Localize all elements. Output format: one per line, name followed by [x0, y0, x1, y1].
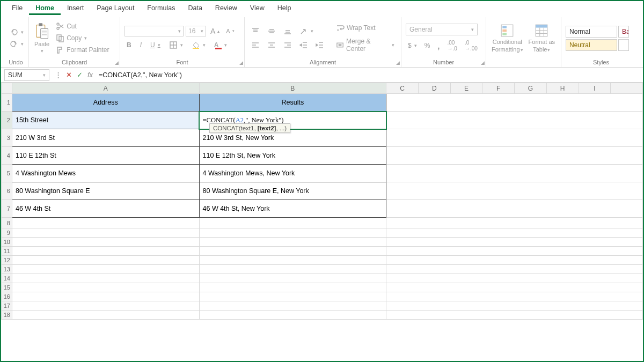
col-header-G[interactable]: G [515, 83, 547, 94]
font-name-combo[interactable]: ▾ [125, 26, 184, 36]
col-header-C[interactable]: C [386, 83, 419, 94]
col-header-B[interactable]: B [199, 83, 386, 94]
align-left-button[interactable] [249, 40, 262, 50]
align-bottom-button[interactable] [281, 26, 294, 36]
number-launcher[interactable]: ◢ [481, 60, 485, 65]
alignment-launcher[interactable]: ◢ [396, 60, 400, 65]
formula-dropdown-button[interactable]: ⋮ [53, 71, 63, 79]
format-painter-button[interactable]: Format Painter [54, 45, 111, 55]
menu-insert[interactable]: Insert [61, 2, 90, 15]
cell-B1[interactable]: Results [199, 94, 386, 112]
font-launcher[interactable]: ◢ [239, 60, 243, 65]
decrease-decimal-button[interactable]: .0→.00 [463, 39, 480, 53]
menu-data[interactable]: Data [181, 2, 208, 15]
col-header-blank[interactable] [611, 83, 643, 94]
row-header-16[interactable]: 16 [2, 292, 12, 301]
underline-button[interactable]: U▾ [148, 40, 163, 50]
select-all-corner[interactable] [2, 83, 12, 94]
align-middle-button[interactable] [265, 26, 278, 36]
formula-input[interactable]: =CONCAT(A2,", New York") [96, 68, 643, 82]
col-header-I[interactable]: I [579, 83, 611, 94]
row-header-15[interactable]: 15 [2, 283, 12, 292]
cell-B6[interactable]: 80 Washington Square E, New York [199, 182, 386, 200]
clipboard-launcher[interactable]: ◢ [115, 60, 119, 65]
col-header-A[interactable]: A [12, 83, 199, 94]
row-header-18[interactable]: 18 [2, 311, 12, 320]
cell-A1[interactable]: Address [12, 94, 199, 112]
number-format-combo[interactable]: General▾ [406, 24, 478, 35]
cell-style-neutral[interactable]: Neutral [566, 39, 617, 51]
percent-format-button[interactable]: % [422, 41, 433, 50]
cell-A4[interactable]: 110 E 12th St [12, 147, 199, 165]
borders-button[interactable]: ▾ [167, 40, 185, 50]
orientation-button[interactable]: ▾ [297, 26, 316, 36]
col-header-E[interactable]: E [450, 83, 482, 94]
accounting-format-button[interactable]: $▾ [406, 41, 419, 50]
menu-help[interactable]: Help [271, 2, 298, 15]
undo-button[interactable]: ▾ [8, 27, 26, 38]
cell-A2[interactable]: 15th Street [12, 112, 199, 129]
paste-button[interactable]: Paste▾ [33, 23, 50, 54]
decrease-indent-button[interactable] [297, 40, 310, 50]
col-header-D[interactable]: D [418, 83, 450, 94]
cell-style-more[interactable] [618, 39, 629, 51]
wrap-text-button[interactable]: Wrap Text [334, 23, 397, 33]
menu-view[interactable]: View [244, 2, 271, 15]
accept-formula-button[interactable]: ✓ [74, 71, 85, 79]
conditional-formatting-button[interactable]: ConditionalFormatting▾ [491, 24, 524, 53]
row-header-11[interactable]: 11 [2, 247, 12, 256]
menu-file[interactable]: File [5, 2, 29, 15]
fx-button[interactable]: fx [85, 71, 96, 79]
row-header-9[interactable]: 9 [2, 228, 12, 238]
font-size-combo[interactable]: 16▾ [186, 26, 206, 36]
row-header-6[interactable]: 6 [2, 182, 12, 200]
row-header-10[interactable]: 10 [2, 238, 12, 247]
align-top-button[interactable] [249, 26, 262, 36]
row-header-7[interactable]: 7 [2, 200, 12, 218]
row-header-2[interactable]: 2 [2, 112, 12, 129]
cell-A5[interactable]: 4 Washington Mews [12, 165, 199, 182]
redo-button[interactable]: ▾ [8, 39, 26, 49]
cell-style-bad[interactable]: Ba [618, 26, 629, 38]
row-header-1[interactable]: 1 [2, 94, 12, 112]
format-as-table-button[interactable]: Format asTable▾ [528, 24, 557, 53]
align-center-button[interactable] [265, 40, 278, 50]
increase-indent-button[interactable] [313, 40, 326, 50]
col-header-H[interactable]: H [546, 83, 579, 94]
font-color-button[interactable]: A▾ [212, 40, 230, 50]
row-header-14[interactable]: 14 [2, 274, 12, 283]
cell-B5[interactable]: 4 Washington Mews, New York [199, 165, 386, 182]
row-header-4[interactable]: 4 [2, 147, 12, 165]
row-header-17[interactable]: 17 [2, 301, 12, 311]
fill-color-button[interactable]: ▾ [189, 40, 208, 50]
decrease-font-button[interactable]: A▾ [224, 27, 236, 35]
copy-button[interactable]: Copy▾ [54, 33, 111, 43]
name-box[interactable]: SUM▾ [4, 69, 49, 81]
menu-page-layout[interactable]: Page Layout [90, 2, 141, 15]
menu-review[interactable]: Review [209, 2, 244, 15]
merge-center-button[interactable]: Merge & Center▾ [334, 36, 397, 54]
align-right-button[interactable] [281, 40, 294, 50]
menu-formulas[interactable]: Formulas [141, 2, 181, 15]
cell-A3[interactable]: 210 W 3rd St [12, 129, 199, 147]
cancel-formula-button[interactable]: ✕ [63, 71, 74, 79]
increase-decimal-button[interactable]: .00→.0 [445, 39, 459, 53]
bold-button[interactable]: B [125, 40, 134, 50]
italic-button[interactable]: I [138, 40, 144, 50]
cell-A6[interactable]: 80 Washington Square E [12, 182, 199, 200]
worksheet-grid[interactable]: A B C D E F G H I 1 Address Results 2 15… [1, 83, 643, 361]
row-header-12[interactable]: 12 [2, 256, 12, 265]
cell-B4[interactable]: 110 E 12th St, New York [199, 147, 386, 165]
row-header-13[interactable]: 13 [2, 265, 12, 274]
row-header-5[interactable]: 5 [2, 165, 12, 182]
cut-button[interactable]: Cut [54, 21, 111, 32]
cell-style-normal[interactable]: Normal [566, 26, 617, 38]
cell-B7[interactable]: 46 W 4th St, New York [199, 200, 386, 218]
cell-A7[interactable]: 46 W 4th St [12, 200, 199, 218]
row-header-3[interactable]: 3 [2, 129, 12, 147]
menu-home[interactable]: Home [29, 2, 61, 15]
row-header-8[interactable]: 8 [2, 218, 12, 228]
increase-font-button[interactable]: A▴ [208, 26, 222, 36]
col-header-F[interactable]: F [482, 83, 515, 94]
comma-format-button[interactable]: , [435, 40, 442, 51]
